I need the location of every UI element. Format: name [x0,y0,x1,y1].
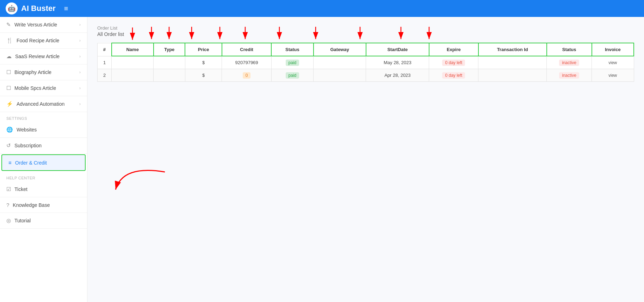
food-recipe-icon: 🍴 [6,37,13,44]
chevron-icon: › [79,86,81,91]
cell-expire: 0 day left [429,56,478,69]
col-header-credit: Credit [222,43,271,56]
cell-gateway [314,56,366,69]
tutorial-icon: ◎ [6,217,11,224]
sidebar-item-label: Write Versus Article [14,22,57,27]
sidebar-item-label: Websites [17,127,37,132]
cell-credit: 920797969 [222,56,271,69]
sidebar-item-label: Subscription [14,143,42,148]
sidebar-item-biography[interactable]: ☐ Biography Article › [0,64,87,80]
sidebar-item-ticket[interactable]: ☑ Ticket [0,181,87,197]
col-header-status2: Status [547,43,592,56]
sidebar-item-label: Knowledge Base [13,202,50,208]
write-versus-icon: ✎ [6,21,11,28]
cell-expire: 0 day left [429,69,478,82]
credit-badge: 0 [243,72,251,79]
col-header-transaction: Transaction Id [478,43,547,56]
cell-status: paid [271,69,313,82]
sidebar-item-label: SaaS Review Article [15,54,60,59]
chevron-icon: › [79,54,81,59]
breadcrumb: Order List [97,25,634,31]
app-header: 🤖 AI Buster ≡ [0,0,644,17]
cell-type [154,56,185,69]
cell-credit: 0 [222,69,271,82]
advanced-automation-icon: ⚡ [6,101,13,107]
sidebar-item-advanced-automation[interactable]: ⚡ Advanced Automation › [0,96,87,112]
cell-status2: inactive [547,69,592,82]
cell-transaction [478,69,547,82]
table-row: 2 $ 0 paid Apr 28, 2023 0 day left inact… [98,69,634,82]
col-header-num: # [98,43,112,56]
invoice-link[interactable]: view [608,73,617,78]
col-header-gateway: Gateway [314,43,366,56]
col-header-status: Status [271,43,313,56]
invoice-link[interactable]: view [608,60,617,65]
sidebar-item-label: Tutorial [14,218,31,223]
sidebar-item-label: Biography Article [14,69,51,75]
hamburger-icon[interactable]: ≡ [64,5,68,13]
cell-name [112,69,154,82]
cell-num: 1 [98,56,112,69]
cell-invoice: view [592,69,634,82]
sidebar-item-knowledge-base[interactable]: ? Knowledge Base [0,197,87,213]
status-badge: paid [286,60,299,66]
col-header-type: Type [154,43,185,56]
sidebar-item-order-credit[interactable]: ≡ Order & Credit [1,154,86,171]
app-logo: 🤖 AI Buster [6,2,56,14]
sidebar: ✎ Write Versus Article › 🍴 Food Recipe A… [0,17,87,302]
cell-startdate: May 28, 2023 [366,56,429,69]
settings-section-label: SETTINGS [0,112,87,122]
order-table: # Name Type Price Credit Status Gateway … [97,43,634,82]
sidebar-item-label: Ticket [14,186,27,192]
cell-transaction [478,56,547,69]
mobile-spcs-icon: ☐ [6,85,11,91]
cell-status2: inactive [547,56,592,69]
col-header-expire: Expire [429,43,478,56]
cell-name [112,56,154,69]
help-section-label: HELP CENTER [0,172,87,181]
sidebar-item-label: Mobile Spcs Article [14,85,56,91]
sidebar-item-label: Advanced Automation [17,101,64,107]
websites-icon: 🌐 [6,127,13,133]
col-header-invoice: Invoice [592,43,634,56]
sidebar-item-subscription[interactable]: ↺ Subscription [0,138,87,154]
sidebar-item-websites[interactable]: 🌐 Websites [0,122,87,138]
order-credit-icon: ≡ [8,160,12,166]
chevron-icon: › [79,70,81,75]
status2-badge: inactive [559,72,579,79]
cell-num: 2 [98,69,112,82]
sidebar-item-food-recipe[interactable]: 🍴 Food Recipe Article › [0,33,87,49]
logo-icon: 🤖 [6,2,18,14]
app-name: AI Buster [21,4,56,13]
chevron-icon: › [79,101,81,106]
sidebar-item-tutorial[interactable]: ◎ Tutorial [0,213,87,229]
chevron-icon: › [79,38,81,43]
sidebar-item-write-versus[interactable]: ✎ Write Versus Article › [0,17,87,33]
cell-gateway [314,69,366,82]
col-header-name: Name [112,43,154,56]
sidebar-item-label: Order & Credit [15,160,47,166]
cell-price: $ [185,69,222,82]
cell-invoice: view [592,56,634,69]
cell-type [154,69,185,82]
status2-badge: inactive [559,60,579,66]
expire-badge: 0 day left [442,60,465,66]
status-badge: paid [286,72,299,79]
page-subtitle: All Order list [97,31,634,37]
ticket-icon: ☑ [6,186,11,192]
subscription-icon: ↺ [6,142,11,149]
expire-badge: 0 day left [442,72,465,79]
cell-status: paid [271,56,313,69]
biography-icon: ☐ [6,69,11,75]
sidebar-item-mobile-spcs[interactable]: ☐ Mobile Spcs Article › [0,80,87,96]
saas-review-icon: ☁ [6,53,12,60]
sidebar-item-saas-review[interactable]: ☁ SaaS Review Article › [0,49,87,64]
table-row: 1 $ 920797969 paid May 28, 2023 0 day le… [98,56,634,69]
cell-price: $ [185,56,222,69]
col-header-startdate: StartDate [366,43,429,56]
main-layout: ✎ Write Versus Article › 🍴 Food Recipe A… [0,17,644,302]
sidebar-item-label: Food Recipe Article [17,38,59,43]
knowledge-base-icon: ? [6,202,9,208]
col-header-price: Price [185,43,222,56]
main-content: Order List All Order list [87,17,644,302]
